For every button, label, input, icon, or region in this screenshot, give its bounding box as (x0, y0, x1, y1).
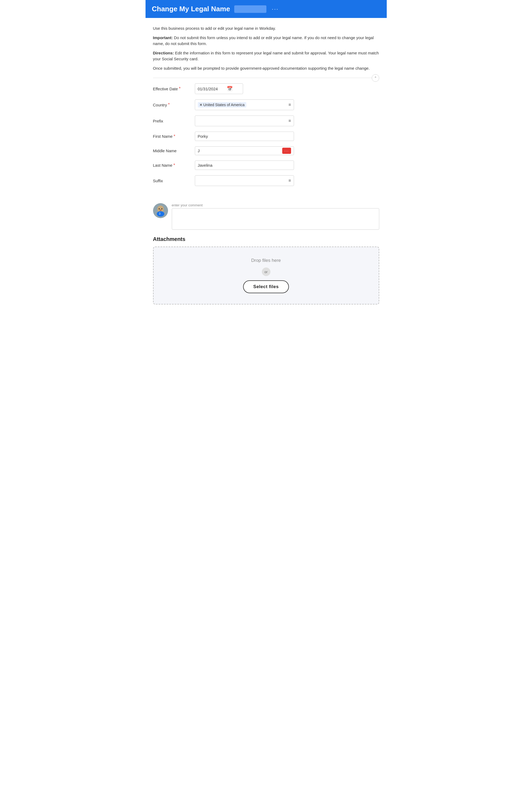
attachments-section: Attachments Drop files here or Select fi… (153, 236, 379, 304)
last-name-row: Last Name * (153, 160, 379, 170)
last-name-input[interactable] (195, 160, 294, 170)
country-value: United States of America (204, 103, 245, 107)
required-star-country: * (168, 102, 170, 107)
directions-label: Directions: (153, 51, 174, 55)
comment-label: enter your comment (172, 203, 379, 207)
middle-name-ellipsis-button[interactable]: ··· (282, 148, 291, 154)
last-name-label: Last Name * (153, 163, 191, 168)
svg-point-4 (159, 210, 162, 211)
first-name-label: First Name * (153, 134, 191, 139)
page-title: Change My Legal Name (152, 5, 230, 13)
country-label: Country * (153, 102, 191, 107)
middle-name-input[interactable] (198, 149, 280, 153)
first-name-input[interactable] (195, 132, 294, 141)
first-name-row: First Name * (153, 132, 379, 141)
country-tag: ✕ United States of America (198, 102, 246, 108)
important-label: Important: (153, 35, 173, 40)
calendar-icon[interactable]: 📅 (227, 86, 233, 92)
required-star-lastname: * (173, 163, 175, 168)
effective-date-input[interactable] (198, 87, 225, 91)
svg-point-2 (159, 208, 160, 209)
avatar: 3 (153, 203, 168, 218)
collapse-button[interactable]: ⌃ (372, 74, 379, 82)
required-star-date: * (179, 86, 180, 91)
directions-text: Edit the information in this form to rep… (153, 51, 379, 61)
suffix-label: Suffix (153, 178, 191, 183)
svg-text:3: 3 (159, 212, 160, 215)
country-select-wrapper[interactable]: ✕ United States of America ≡ (195, 99, 294, 110)
comment-textarea[interactable] (172, 208, 379, 230)
middle-name-label: Middle Name (153, 149, 191, 153)
header-dots[interactable]: ··· (272, 6, 279, 12)
prefix-row: Prefix ≡ (153, 115, 379, 126)
header-badge (234, 5, 266, 13)
suffix-select-wrapper[interactable]: ≡ (195, 175, 294, 186)
description-line4: Once submitted, you will be prompted to … (153, 65, 379, 72)
svg-point-5 (157, 211, 164, 216)
form-section: Effective Date * 📅 Country * ✕ United St… (153, 83, 379, 197)
effective-date-row: Effective Date * 📅 (153, 83, 379, 94)
comment-section: 3 enter your comment (153, 203, 379, 231)
middle-name-wrapper[interactable]: ··· (195, 146, 294, 155)
required-star-firstname: * (174, 134, 175, 139)
main-content: Use this business process to add or edit… (146, 18, 387, 304)
country-list-icon[interactable]: ≡ (288, 102, 291, 107)
svg-point-3 (162, 208, 163, 209)
attachments-title: Attachments (153, 236, 379, 242)
prefix-select-wrapper[interactable]: ≡ (195, 115, 294, 126)
important-text: Do not submit this form unless you inten… (153, 35, 374, 46)
country-row: Country * ✕ United States of America ≡ (153, 99, 379, 110)
drop-text: Drop files here (251, 258, 281, 263)
country-remove-icon[interactable]: ✕ (200, 103, 202, 107)
prefix-list-icon[interactable]: ≡ (288, 118, 291, 123)
date-input-wrapper[interactable]: 📅 (195, 83, 243, 94)
middle-name-row: Middle Name ··· (153, 146, 379, 155)
section-divider: ⌃ (153, 78, 379, 78)
page-header: Change My Legal Name ··· (146, 0, 387, 18)
avatar-image: 3 (153, 203, 168, 218)
comment-box-wrapper: enter your comment (172, 203, 379, 231)
suffix-row: Suffix ≡ (153, 175, 379, 186)
prefix-label: Prefix (153, 119, 191, 123)
description-line3: Directions: Edit the information in this… (153, 50, 379, 62)
drop-zone[interactable]: Drop files here or Select files (153, 247, 379, 304)
description-line2: Important: Do not submit this form unles… (153, 35, 379, 47)
suffix-list-icon[interactable]: ≡ (288, 178, 291, 183)
select-files-button[interactable]: Select files (243, 280, 289, 293)
description-line1: Use this business process to add or edit… (153, 25, 379, 32)
or-badge: or (262, 267, 270, 276)
effective-date-label: Effective Date * (153, 86, 191, 91)
